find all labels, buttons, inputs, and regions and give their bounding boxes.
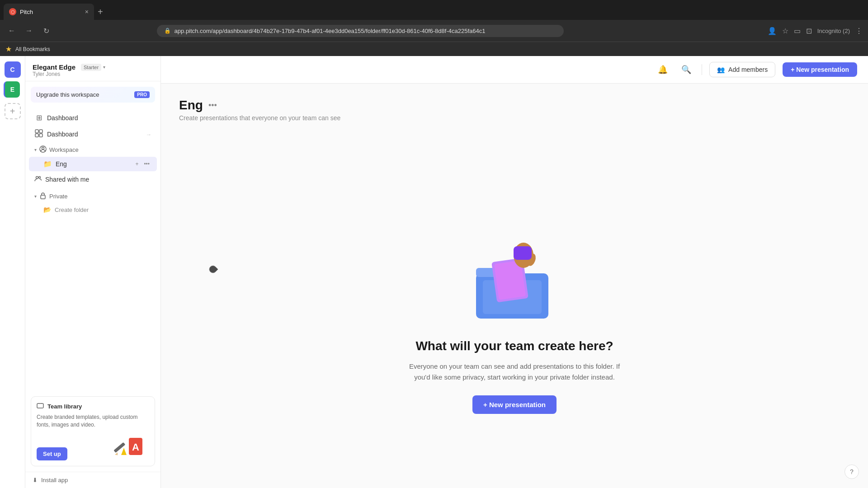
workspace-name: Elegant Edge <box>33 63 75 71</box>
all-bookmarks-item[interactable]: All Bookmarks <box>15 46 50 52</box>
avatar-c[interactable]: C <box>5 61 21 78</box>
bell-icon: 🔔 <box>658 65 668 75</box>
folder-actions: + ••• <box>133 160 151 168</box>
notifications-button[interactable]: 🔔 <box>655 61 671 78</box>
upgrade-banner[interactable]: Upgrade this workspace PRO <box>31 87 155 103</box>
forward-button[interactable]: → <box>23 24 35 37</box>
tab-title: Pitch <box>20 9 33 15</box>
upgrade-text: Upgrade this workspace <box>36 91 99 98</box>
private-icon <box>39 192 47 201</box>
team-library-body: Set up A <box>37 433 149 460</box>
create-folder-label: Create folder <box>55 206 89 213</box>
svg-rect-3 <box>39 134 42 137</box>
svg-marker-12 <box>121 448 127 455</box>
divider <box>702 64 702 75</box>
svg-point-7 <box>39 177 41 178</box>
sidebar-item-dashboard[interactable]: ⊞ Dashboard <box>29 110 157 126</box>
add-workspace-button[interactable]: + <box>5 103 21 119</box>
empty-state-wrapper: What will your team create here? Everyon… <box>161 163 868 488</box>
sidebar-item-shared[interactable]: Shared with me <box>29 171 157 188</box>
folder-title: Eng <box>179 98 203 113</box>
svg-point-5 <box>42 147 44 150</box>
sidebar-header: Elegant Edge Starter ▾ Tyler Jones <box>25 56 160 81</box>
app-container: C E + Elegant Edge Starter ▾ Tyler Jones… <box>0 56 868 488</box>
toolbar-icons: 👤 ☆ ▭ ⊡ Incognito (2) ⋮ <box>768 27 863 35</box>
install-app-item[interactable]: ⬇ Install app <box>25 472 160 488</box>
incognito-label: Incognito (2) <box>817 28 850 34</box>
svg-text:A: A <box>132 441 139 453</box>
folder-menu-button[interactable]: ••• <box>208 101 217 110</box>
empty-illustration <box>465 237 564 328</box>
private-collapse-icon: ▾ <box>34 194 37 199</box>
pro-badge: PRO <box>134 91 150 98</box>
workspace-section-label: Workspace <box>49 146 79 153</box>
url-text: app.pitch.com/app/dashboard/4b74b27e-17b… <box>175 28 486 34</box>
templates-arrow: → <box>146 131 151 138</box>
star-icon[interactable]: ☆ <box>782 27 788 35</box>
svg-rect-2 <box>35 134 38 137</box>
sidebar-nav: ⊞ Dashboard Dashboard → ▾ Workspace 📁 <box>25 108 160 391</box>
svg-rect-22 <box>514 246 532 260</box>
install-app-label: Install app <box>41 477 68 483</box>
svg-rect-0 <box>35 130 38 133</box>
help-button[interactable]: ? <box>844 465 859 479</box>
team-library-title: Team library <box>47 403 82 410</box>
workspace-chevron-icon[interactable]: ▾ <box>103 65 105 70</box>
new-presentation-header-button[interactable]: + New presentation <box>783 62 857 77</box>
folder-title-row: Eng ••• <box>179 98 217 113</box>
set-up-button[interactable]: Set up <box>37 447 67 460</box>
team-library-desc: Create branded templates, upload custom … <box>37 413 149 429</box>
reload-button[interactable]: ↻ <box>40 24 52 37</box>
private-section-label: Private <box>49 193 67 200</box>
svg-marker-14 <box>115 452 119 456</box>
folder-add-button[interactable]: + <box>133 160 140 168</box>
add-members-label: Add members <box>728 66 768 73</box>
avatar-e[interactable]: E <box>4 81 20 98</box>
sidebar-icon[interactable]: ▭ <box>794 27 801 35</box>
workspace-section-header[interactable]: ▾ Workspace <box>29 143 157 157</box>
bookmarks-bar: ★ All Bookmarks <box>0 42 868 56</box>
workspace-icon <box>39 145 47 154</box>
eng-folder-item[interactable]: 📁 Eng + ••• <box>29 157 157 171</box>
main-body-header: Eng ••• Create presentations that everyo… <box>161 84 868 163</box>
workspace-header-row: Elegant Edge Starter ▾ <box>33 63 153 71</box>
team-library-icon <box>37 402 44 411</box>
folder-more-button[interactable]: ••• <box>142 160 151 168</box>
empty-state: What will your team create here? Everyon… <box>406 237 623 414</box>
empty-desc: Everyone on your team can see and add pr… <box>406 361 623 383</box>
create-folder-icon: 📂 <box>43 206 51 213</box>
shared-icon <box>34 175 42 184</box>
extension-icon[interactable]: ⊡ <box>806 27 812 35</box>
tab-close-button[interactable]: × <box>85 8 89 15</box>
new-presentation-empty-button[interactable]: + New presentation <box>472 395 557 414</box>
folder-icon: 📁 <box>43 160 52 168</box>
active-tab[interactable]: Pitch × <box>4 4 94 20</box>
back-button[interactable]: ← <box>5 24 18 37</box>
private-section-header[interactable]: ▾ Private <box>29 189 157 203</box>
svg-rect-1 <box>39 130 42 133</box>
menu-icon[interactable]: ⋮ <box>855 27 863 35</box>
address-bar: ← → ↻ 🔒 app.pitch.com/app/dashboard/4b74… <box>0 20 868 42</box>
add-members-icon: 👥 <box>717 66 725 73</box>
add-members-button[interactable]: 👥 Add members <box>709 62 775 77</box>
main-content: 🔔 🔍 👥 Add members + New presentation Eng… <box>161 56 868 488</box>
workspace-user: Tyler Jones <box>33 71 153 77</box>
new-presentation-label: + New presentation <box>791 66 849 73</box>
folder-subtitle: Create presentations that everyone on yo… <box>179 114 340 122</box>
eng-folder-label: Eng <box>56 160 67 168</box>
url-bar[interactable]: 🔒 app.pitch.com/app/dashboard/4b74b27e-1… <box>157 25 564 37</box>
new-tab-button[interactable]: + <box>98 7 103 17</box>
search-icon: 🔍 <box>681 65 691 75</box>
create-folder-item[interactable]: 📂 Create folder <box>29 203 157 216</box>
search-button[interactable]: 🔍 <box>678 61 694 78</box>
svg-rect-8 <box>41 195 45 199</box>
profile-icon[interactable]: 👤 <box>768 27 777 35</box>
library-illustration: A <box>113 433 149 460</box>
sidebar-item-templates[interactable]: Dashboard → <box>29 126 157 143</box>
dashboard-icon: ⊞ <box>34 113 43 122</box>
url-lock-icon: 🔒 <box>164 28 171 34</box>
svg-point-6 <box>36 177 38 179</box>
team-library-header: Team library <box>37 402 149 411</box>
browser-chrome: Pitch × + ← → ↻ 🔒 app.pitch.com/app/dash… <box>0 0 868 56</box>
tab-favicon <box>9 8 16 15</box>
